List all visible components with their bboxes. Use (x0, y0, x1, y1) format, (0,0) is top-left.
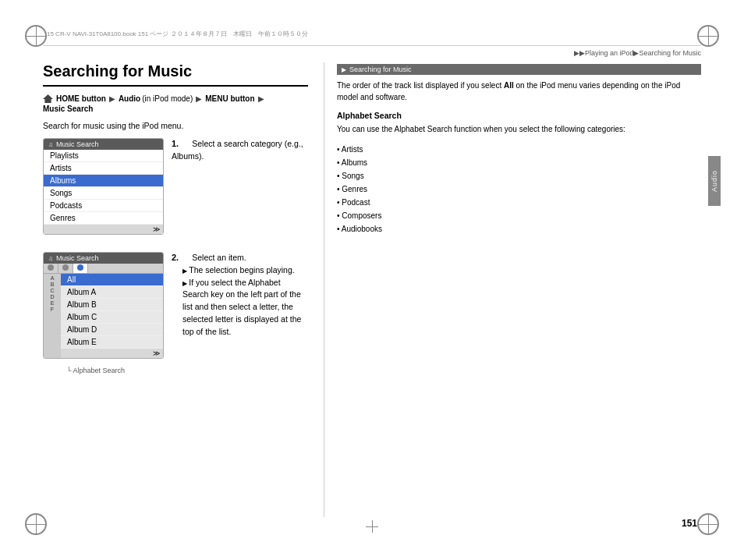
list-item[interactable]: Artists (44, 162, 163, 175)
list-item[interactable]: Album C (61, 311, 163, 324)
list-item[interactable]: Podcasts (44, 200, 163, 212)
screen2-tabs (44, 264, 163, 274)
alphabet-search-list: Artists Albums Songs Genres Podcast Comp… (337, 143, 701, 236)
page-title: Searching for Music (43, 62, 308, 87)
step1-text: Select a search category (e.g., Albums). (172, 139, 303, 161)
screen-mockup-1: ♫ Music Search Playlists Artists Albums … (43, 138, 164, 243)
screen1-header: ♫ Music Search (44, 139, 163, 150)
list-item[interactable]: Album B (61, 299, 163, 311)
page-header: ▶▶Playing an iPod▶Searching for Music (43, 45, 701, 57)
page-number: 151 (682, 518, 697, 529)
left-column: Searching for Music HOME button ▶ Audio … (43, 62, 324, 517)
screen-mockup-2: ♫ Music Search A B C (43, 252, 164, 374)
note-all-bold: All (504, 81, 514, 90)
nav-audio-sub: (in iPod mode) (142, 94, 193, 103)
nav-menu-label: MENU button (205, 94, 254, 103)
right-column: Searching for Music The order of the tra… (324, 62, 701, 517)
list-item-albums[interactable]: Albums (44, 175, 163, 187)
tab-2[interactable] (58, 264, 73, 273)
nav-arrow-1: ▶ (109, 94, 115, 103)
step2-arrow-1: The selection begins playing. (182, 264, 308, 277)
list-item: Artists (337, 143, 701, 156)
step-1: 1. Select a search category (e.g., Album… (172, 138, 308, 163)
list-item: Composers (337, 209, 701, 222)
note-header: Searching for Music (337, 64, 701, 75)
nav-music-search-label: Music Search (43, 105, 93, 113)
alphabet-search-label: Alphabet Search (66, 367, 164, 374)
step-2: 2. Select an item. The selection begins … (172, 252, 308, 338)
breadcrumb: ▶▶Playing an iPod▶Searching for Music (574, 49, 701, 57)
music-note-icon-2: ♫ (48, 255, 53, 262)
list-item: Audiobooks (337, 222, 701, 236)
nav-arrow-3: ▶ (258, 94, 264, 103)
music-note-icon: ♫ (48, 141, 53, 148)
scroll-indicator-1: ≫ (44, 225, 163, 234)
bottom-center-crosshair (366, 520, 378, 533)
home-icon (43, 94, 53, 103)
list-item: Genres (337, 183, 701, 196)
screen2-header: ♫ Music Search (44, 253, 163, 264)
list-item[interactable]: Playlists (44, 150, 163, 162)
scroll-indicator-2: ≫ (61, 349, 163, 358)
nav-arrow-2: ▶ (196, 94, 202, 103)
list-item[interactable]: Album A (61, 286, 163, 299)
alpha-sidebar: A B C D E F (44, 274, 61, 358)
step2-arrow-2: If you select the Alphabet Search key on… (182, 277, 308, 338)
album-list: All Album A Album B Album C Album D Albu… (61, 274, 163, 358)
tab-1[interactable] (44, 264, 58, 273)
list-item[interactable]: Songs (44, 187, 163, 200)
nav-audio-label: Audio (119, 94, 140, 103)
audio-sidebar-tab: Audio (708, 156, 721, 206)
screen2-list-area: A B C D E F All Album A Album B Album C (44, 274, 163, 358)
note-body: The order of the track list displayed if… (337, 80, 701, 103)
screen1-body: Playlists Artists Albums Songs Podcasts … (44, 150, 163, 234)
list-item[interactable]: Album D (61, 324, 163, 336)
list-item-all[interactable]: All (61, 274, 163, 286)
tab-3[interactable] (73, 264, 88, 273)
step2-text: Select an item. (192, 253, 246, 262)
list-item: Podcast (337, 196, 701, 209)
file-info: 15 CR-V NAVI-31T0A8100.book 151 ページ ２０１４… (47, 30, 308, 38)
alphabet-search-title: Alphabet Search (337, 111, 701, 120)
list-item[interactable]: Album E (61, 336, 163, 349)
step2-number: 2. (172, 253, 179, 262)
list-item: Songs (337, 169, 701, 183)
nav-home-label: HOME button (56, 94, 106, 103)
list-item: Albums (337, 156, 701, 169)
intro-text: Search for music using the iPod menu. (43, 121, 308, 130)
nav-path: HOME button ▶ Audio (in iPod mode) ▶ MEN… (43, 94, 308, 113)
list-item[interactable]: Genres (44, 212, 163, 225)
step1-number: 1. (172, 139, 179, 148)
alphabet-search-intro: You can use the Alphabet Search function… (337, 123, 701, 135)
main-content: Searching for Music HOME button ▶ Audio … (43, 62, 701, 517)
